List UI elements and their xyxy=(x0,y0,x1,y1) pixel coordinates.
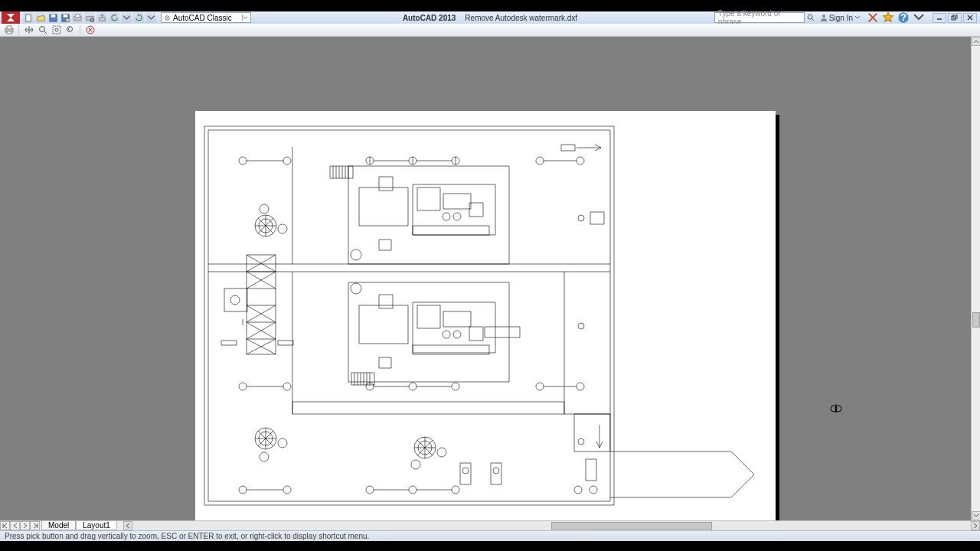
help-icon[interactable]: ? xyxy=(897,12,910,23)
zoom-window-icon[interactable] xyxy=(51,24,62,36)
svg-point-70 xyxy=(366,486,374,494)
svg-point-51 xyxy=(536,157,544,165)
window-title: AutoCAD 2013 Remove Autodesk watermark.d… xyxy=(403,14,577,22)
nav-last-icon[interactable] xyxy=(30,521,40,530)
svg-point-134 xyxy=(260,452,269,461)
svg-point-24 xyxy=(39,27,44,32)
user-icon xyxy=(820,14,828,21)
command-line[interactable]: Press pick button and drag vertically to… xyxy=(0,530,980,541)
chevron-down-icon xyxy=(854,15,861,21)
svg-point-166 xyxy=(462,468,469,474)
close-button[interactable] xyxy=(963,13,977,23)
plot-icon[interactable] xyxy=(72,12,83,23)
svg-point-119 xyxy=(351,283,361,294)
redo-icon[interactable] xyxy=(133,12,144,23)
undo-dropdown-icon[interactable] xyxy=(121,12,132,23)
svg-point-161 xyxy=(230,295,240,305)
scroll-thumb[interactable] xyxy=(972,312,980,328)
svg-rect-101 xyxy=(469,203,483,217)
tab-label: Layout1 xyxy=(83,521,110,530)
scroll-thumb[interactable] xyxy=(551,522,712,530)
favorite-icon[interactable] xyxy=(882,12,894,23)
svg-rect-23 xyxy=(7,31,11,34)
svg-rect-22 xyxy=(7,26,11,29)
svg-rect-26 xyxy=(53,26,60,34)
svg-rect-99 xyxy=(417,187,440,210)
maximize-button[interactable] xyxy=(948,13,962,23)
gear-icon xyxy=(164,15,171,21)
svg-point-167 xyxy=(493,468,499,474)
preview-toolbar xyxy=(0,24,980,37)
svg-point-126 xyxy=(260,204,269,214)
svg-rect-31 xyxy=(208,130,610,501)
sheet-nav xyxy=(0,521,40,530)
svg-rect-107 xyxy=(348,282,509,382)
tab-label: Model xyxy=(48,521,69,530)
saveas-icon[interactable] xyxy=(60,12,70,23)
drawing-content xyxy=(195,111,776,523)
svg-rect-97 xyxy=(379,177,393,191)
svg-point-115 xyxy=(443,331,450,338)
help-dropdown-icon[interactable] xyxy=(913,12,925,23)
scroll-right-icon[interactable] xyxy=(971,521,980,530)
print-icon[interactable] xyxy=(3,24,15,36)
svg-point-56 xyxy=(239,383,247,390)
drawing-canvas[interactable] xyxy=(0,37,971,520)
nav-first-icon[interactable] xyxy=(0,521,10,530)
save-icon[interactable] xyxy=(47,12,58,23)
svg-rect-162 xyxy=(221,341,237,345)
exchange-icon[interactable] xyxy=(867,12,879,23)
nav-next-icon[interactable] xyxy=(20,521,30,530)
svg-rect-108 xyxy=(359,305,408,344)
vertical-scrollbar[interactable] xyxy=(971,37,980,520)
svg-rect-88 xyxy=(351,373,374,385)
scroll-down-icon[interactable] xyxy=(972,511,980,520)
svg-rect-118 xyxy=(379,357,391,368)
workspace-switcher[interactable]: AutoCAD Classic xyxy=(161,12,251,23)
svg-rect-163 xyxy=(278,341,293,345)
scroll-up-icon[interactable] xyxy=(972,37,980,46)
svg-point-5 xyxy=(66,18,69,21)
svg-rect-168 xyxy=(586,459,596,481)
plot-preview-icon[interactable] xyxy=(84,12,95,23)
svg-rect-0 xyxy=(25,14,30,21)
close-preview-icon[interactable] xyxy=(84,24,96,36)
svg-point-143 xyxy=(437,448,446,457)
horizontal-scrollbar[interactable] xyxy=(123,521,980,530)
search-input[interactable]: Type a keyword or phrase xyxy=(714,12,805,23)
layout-tabs-row: Model Layout1 xyxy=(0,520,980,530)
svg-rect-114 xyxy=(485,327,520,337)
nav-prev-icon[interactable] xyxy=(10,521,20,530)
pan-icon[interactable] xyxy=(23,24,34,36)
svg-point-76 xyxy=(590,486,597,494)
svg-rect-54 xyxy=(561,145,575,151)
quick-access-toolbar xyxy=(23,12,156,23)
redo-dropdown-icon[interactable] xyxy=(145,12,156,23)
scroll-left-icon[interactable] xyxy=(123,521,132,530)
svg-rect-112 xyxy=(443,311,471,327)
svg-rect-37 xyxy=(292,402,564,414)
tab-model[interactable]: Model xyxy=(41,521,76,530)
svg-point-61 xyxy=(452,383,459,390)
application-menu-button[interactable] xyxy=(2,11,20,24)
zoom-previous-icon[interactable] xyxy=(64,24,76,36)
new-icon[interactable] xyxy=(23,12,34,23)
svg-point-52 xyxy=(577,157,584,165)
open-icon[interactable] xyxy=(35,12,46,23)
svg-rect-80 xyxy=(590,212,604,224)
svg-point-103 xyxy=(453,213,461,220)
minimize-button[interactable] xyxy=(933,13,946,23)
publish-icon[interactable] xyxy=(96,12,107,23)
svg-point-75 xyxy=(574,486,582,494)
svg-point-27 xyxy=(55,28,58,31)
undo-icon[interactable] xyxy=(109,12,119,23)
svg-point-57 xyxy=(283,383,291,390)
svg-line-14 xyxy=(812,19,814,21)
zoom-icon[interactable] xyxy=(37,24,48,36)
signin-button[interactable]: Sign In xyxy=(820,14,861,22)
svg-rect-160 xyxy=(224,289,247,311)
tab-layout1[interactable]: Layout1 xyxy=(76,521,117,530)
search-icon[interactable] xyxy=(805,12,817,23)
svg-point-12 xyxy=(167,17,168,18)
svg-rect-109 xyxy=(379,295,393,308)
